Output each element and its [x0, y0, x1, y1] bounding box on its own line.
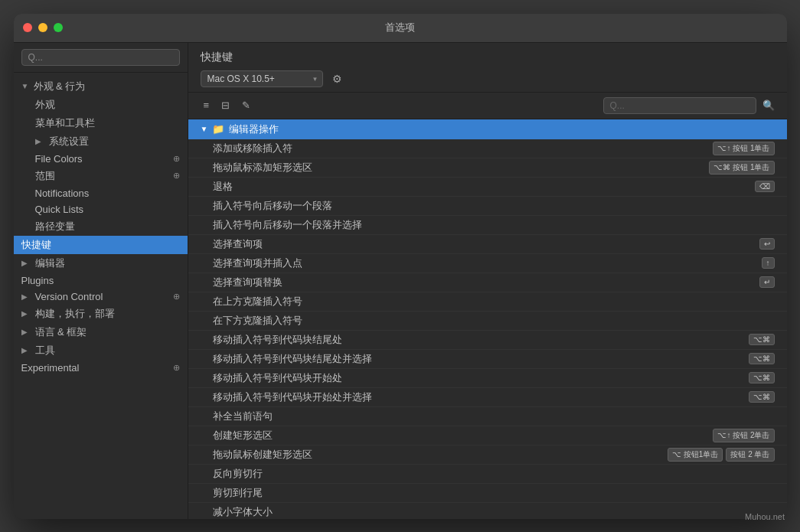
sidebar-item-appearance-label: 外观	[35, 98, 55, 112]
shortcut-name: 移动插入符号到代码块结尾处并选择	[213, 352, 749, 366]
group-expand-arrow-icon: ▼	[201, 125, 208, 133]
shortcut-name: 补全当前语句	[213, 410, 775, 423]
sidebar-item-tools[interactable]: ▶ 工具	[14, 341, 188, 360]
shortcut-row: 补全当前语句	[188, 407, 787, 426]
key-badge: ↵	[759, 276, 775, 288]
language-arrow-icon: ▶	[21, 328, 31, 336]
sidebar-item-version-control-label: Version Control	[35, 291, 103, 302]
shortcut-keys: ⌥⌘	[749, 353, 775, 364]
key-badge: ⌫	[755, 181, 775, 192]
sidebar-item-version-control[interactable]: ▶ Version Control ⊕	[14, 289, 188, 305]
sidebar-item-experimental-label: Experimental	[21, 362, 80, 374]
file-colors-badge: ⊕	[173, 154, 180, 164]
keymap-dropdown-wrapper: Mac OS X 10.5+ Mac OS X Default Eclipse …	[201, 70, 323, 87]
key-badge: ⌥⌘	[749, 334, 775, 345]
sidebar-group-appearance-label: 外观 & 行为	[34, 80, 86, 93]
main-content: ▼ 外观 & 行为 外观 菜单和工具栏 ▶ 系统设置	[14, 43, 787, 519]
shortcut-name: 创建矩形选区	[213, 429, 713, 442]
shortcut-row: 创建矩形选区 ⌥↑ 按钮 2单击	[188, 426, 787, 446]
sidebar-item-path-variables[interactable]: 路径变量	[14, 217, 188, 236]
shortcut-keys: ⌥↑ 按钮 2单击	[713, 429, 774, 442]
shortcut-keys: ⌥⌘	[749, 372, 775, 383]
shortcut-name: 选择查询项并插入点	[213, 256, 762, 270]
sidebar-item-path-variables-label: 路径变量	[35, 220, 75, 233]
shortcut-row: 拖动鼠标创建矩形选区 ⌥ 按钮1单击 按钮 2 单击	[188, 446, 787, 465]
sidebar-item-system-settings[interactable]: ▶ 系统设置	[14, 132, 188, 151]
key-badge: ⌥ 按钮1单击	[668, 448, 723, 462]
panel-title: 快捷键	[201, 51, 775, 64]
edit-button[interactable]: ✎	[239, 98, 253, 113]
sidebar-item-experimental[interactable]: Experimental ⊕	[14, 360, 188, 376]
sidebar-item-system-settings-label: 系统设置	[49, 135, 89, 149]
sidebar-item-appearance[interactable]: 外观	[14, 96, 188, 114]
sidebar-item-quick-lists[interactable]: Quick Lists	[14, 201, 188, 217]
shortcuts-list[interactable]: ▼ 📁 编辑器操作 添加或移除插入符 ⌥↑ 按钮 1单击 拖动鼠标添加矩形选区 …	[188, 119, 787, 519]
arrow-icon: ▼	[21, 82, 31, 90]
shortcut-group-editor-ops[interactable]: ▼ 📁 编辑器操作	[188, 119, 787, 139]
shortcut-name: 退格	[213, 180, 755, 194]
version-control-arrow-icon: ▶	[21, 292, 31, 301]
window-controls	[23, 23, 63, 32]
shortcut-keys: ↵	[759, 276, 775, 288]
key-badge: ⌥⌘	[749, 372, 775, 383]
editor-arrow-icon: ▶	[21, 259, 31, 267]
sidebar-item-scope-label: 范围	[35, 169, 55, 183]
keymap-dropdown[interactable]: Mac OS X 10.5+ Mac OS X Default Eclipse …	[201, 70, 323, 87]
sidebar-item-file-colors[interactable]: File Colors ⊕	[14, 151, 188, 167]
key-badge: 按钮 2 单击	[726, 448, 774, 462]
key-badge: ⌥⌘	[749, 391, 775, 403]
shortcut-keys: ↩	[759, 238, 775, 250]
build-arrow-icon: ▶	[21, 309, 31, 318]
sidebar-item-shortcuts[interactable]: 快捷键	[14, 236, 188, 254]
sidebar-item-notifications[interactable]: Notifications	[14, 185, 188, 201]
shortcut-name: 剪切到行尾	[213, 486, 775, 500]
close-button[interactable]	[23, 23, 32, 32]
shortcut-row: 选择查询项替换 ↵	[188, 273, 787, 292]
list-all-button[interactable]: ≡	[201, 98, 213, 113]
shortcut-row: 插入符号向后移动一个段落并选择	[188, 216, 787, 235]
shortcut-name: 减小字体大小	[213, 505, 775, 519]
sidebar-search-input[interactable]	[21, 49, 180, 66]
shortcut-row: 添加或移除插入符 ⌥↑ 按钮 1单击	[188, 139, 787, 158]
key-badge: ⌥↑ 按钮 2单击	[713, 429, 774, 442]
sidebar-item-plugins[interactable]: Plugins	[14, 273, 188, 289]
titlebar: 首选项	[14, 14, 787, 43]
sidebar-group-appearance-header[interactable]: ▼ 外观 & 行为	[14, 77, 188, 96]
shortcut-keys: ⌥⌘ 按钮 1单击	[709, 161, 774, 175]
shortcut-name: 在上方克隆插入符号	[213, 295, 775, 308]
shortcut-group-label: 编辑器操作	[229, 122, 279, 136]
shortcut-name: 移动插入符号到代码块开始处并选择	[213, 390, 749, 404]
shortcut-search-icon-button[interactable]: 🔍	[762, 100, 775, 111]
tools-arrow-icon: ▶	[21, 346, 31, 354]
shortcut-row: 移动插入符号到代码块结尾处 ⌥⌘	[188, 331, 787, 350]
settings-gear-button[interactable]: ⚙	[329, 71, 345, 86]
window-title: 首选项	[385, 21, 415, 34]
maximize-button[interactable]	[54, 23, 63, 32]
shortcut-name: 拖动鼠标添加矩形选区	[213, 161, 710, 175]
experimental-badge: ⊕	[173, 363, 180, 373]
sidebar-search-container	[14, 43, 188, 73]
shortcut-keys: ⌥⌘	[749, 334, 775, 345]
shortcut-row: 移动插入符号到代码块开始处 ⌥⌘	[188, 369, 787, 388]
shortcut-row: 移动插入符号到代码块开始处并选择 ⌥⌘	[188, 388, 787, 407]
shortcut-row: 选择查询项并插入点 ↑	[188, 254, 787, 273]
sidebar-item-scope[interactable]: 范围 ⊕	[14, 167, 188, 185]
sidebar-item-editor-label: 编辑器	[35, 256, 65, 270]
sidebar-item-editor[interactable]: ▶ 编辑器	[14, 254, 188, 273]
shortcut-search-input[interactable]	[603, 97, 756, 114]
key-badge: ⌥⌘	[749, 353, 775, 364]
shortcut-row: 反向剪切行	[188, 465, 787, 484]
filter-button[interactable]: ⊟	[218, 98, 233, 113]
scope-badge: ⊕	[173, 171, 180, 181]
sidebar-item-menus-toolbar[interactable]: 菜单和工具栏	[14, 114, 188, 132]
shortcut-keys: ↑	[762, 257, 775, 269]
panel-toolbar: Mac OS X 10.5+ Mac OS X Default Eclipse …	[201, 70, 775, 87]
sidebar-item-language[interactable]: ▶ 语言 & 框架	[14, 323, 188, 341]
shortcut-keys: ⌫	[755, 181, 775, 192]
sidebar: ▼ 外观 & 行为 外观 菜单和工具栏 ▶ 系统设置	[14, 43, 188, 519]
shortcut-row: 剪切到行尾	[188, 484, 787, 503]
sidebar-item-build[interactable]: ▶ 构建，执行，部署	[14, 305, 188, 323]
minimize-button[interactable]	[38, 23, 47, 32]
sidebar-group-appearance: ▼ 外观 & 行为 外观 菜单和工具栏 ▶ 系统设置	[14, 77, 188, 236]
shortcut-name: 移动插入符号到代码块结尾处	[213, 333, 749, 347]
